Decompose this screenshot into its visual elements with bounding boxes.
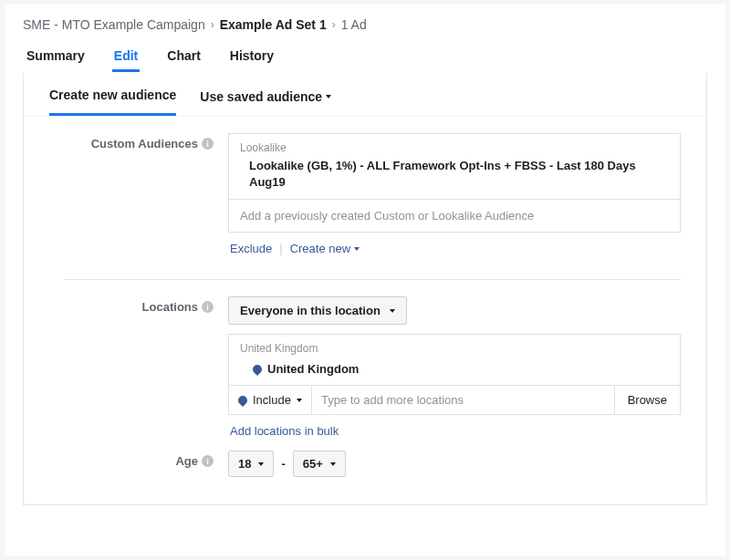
create-new-label: Create new bbox=[290, 242, 350, 255]
custom-audiences-box: Lookalike Lookalike (GB, 1%) - ALL Frame… bbox=[228, 133, 681, 233]
age-label: Age i bbox=[49, 451, 214, 477]
create-new-link[interactable]: Create new bbox=[290, 242, 360, 255]
location-scope-dropdown[interactable]: Everyone in this location bbox=[228, 296, 407, 325]
age-label-text: Age bbox=[175, 454, 198, 468]
audience-category: Lookalike bbox=[229, 134, 680, 156]
add-locations-bulk-link[interactable]: Add locations in bulk bbox=[228, 415, 339, 438]
info-icon[interactable]: i bbox=[202, 301, 214, 313]
location-pin-icon bbox=[236, 394, 249, 407]
breadcrumb-campaign[interactable]: SME - MTO Example Campaign bbox=[23, 17, 205, 32]
audience-item[interactable]: Lookalike (GB, 1%) - ALL Framework Opt-I… bbox=[229, 156, 680, 199]
chevron-right-icon: › bbox=[332, 18, 336, 31]
tab-summary[interactable]: Summary bbox=[25, 41, 87, 72]
breadcrumb-ad[interactable]: 1 Ad bbox=[341, 17, 367, 32]
exclude-link[interactable]: Exclude bbox=[230, 242, 272, 255]
age-min-value: 18 bbox=[238, 457, 251, 471]
breadcrumb-adset[interactable]: Example Ad Set 1 bbox=[220, 17, 327, 32]
include-label: Include bbox=[253, 393, 291, 407]
location-scope-label: Everyone in this location bbox=[240, 304, 381, 317]
caret-down-icon bbox=[297, 399, 302, 402]
locations-box: United Kingdom United Kingdom Include Ty… bbox=[228, 334, 681, 415]
subtab-create-audience[interactable]: Create new audience bbox=[49, 88, 176, 116]
section-custom-audiences: Custom Audiences i Lookalike Lookalike (… bbox=[24, 117, 706, 255]
tab-chart[interactable]: Chart bbox=[165, 41, 203, 72]
breadcrumb: SME - MTO Example Campaign › Example Ad … bbox=[23, 16, 707, 41]
include-dropdown[interactable]: Include bbox=[229, 386, 311, 414]
section-locations: Locations i Everyone in this location Un… bbox=[24, 280, 706, 438]
location-group: United Kingdom bbox=[229, 335, 680, 362]
custom-audiences-label-text: Custom Audiences bbox=[91, 137, 198, 150]
caret-down-icon bbox=[326, 95, 331, 99]
chevron-right-icon: › bbox=[211, 18, 214, 31]
location-pin-icon bbox=[251, 363, 264, 376]
subtab-saved-label: Use saved audience bbox=[200, 89, 322, 104]
custom-audiences-label: Custom Audiences i bbox=[49, 133, 214, 255]
tab-history[interactable]: History bbox=[228, 41, 276, 72]
main-tabs: Summary Edit Chart History bbox=[23, 41, 707, 73]
section-age: Age i 18 - 65+ bbox=[24, 438, 706, 477]
locations-label: Locations i bbox=[49, 296, 214, 438]
location-item[interactable]: United Kingdom bbox=[229, 362, 680, 385]
browse-button[interactable]: Browse bbox=[614, 386, 680, 414]
info-icon[interactable]: i bbox=[202, 455, 214, 467]
tab-edit[interactable]: Edit bbox=[112, 41, 140, 72]
location-search-input[interactable]: Type to add more locations bbox=[312, 386, 614, 414]
audience-add-input[interactable]: Add a previously created Custom or Looka… bbox=[229, 199, 680, 232]
location-item-label: United Kingdom bbox=[267, 362, 359, 376]
audience-subtabs: Create new audience Use saved audience bbox=[24, 73, 706, 117]
locations-label-text: Locations bbox=[142, 300, 198, 314]
age-min-select[interactable]: 18 bbox=[228, 451, 274, 477]
separator: | bbox=[279, 242, 282, 255]
caret-down-icon bbox=[330, 462, 336, 466]
age-max-select[interactable]: 65+ bbox=[293, 451, 346, 477]
caret-down-icon bbox=[390, 309, 395, 313]
caret-down-icon bbox=[258, 462, 264, 466]
age-max-value: 65+ bbox=[303, 457, 323, 471]
age-dash: - bbox=[281, 457, 285, 471]
subtab-saved-audience[interactable]: Use saved audience bbox=[200, 88, 331, 116]
info-icon[interactable]: i bbox=[202, 138, 214, 150]
caret-down-icon bbox=[354, 247, 360, 251]
